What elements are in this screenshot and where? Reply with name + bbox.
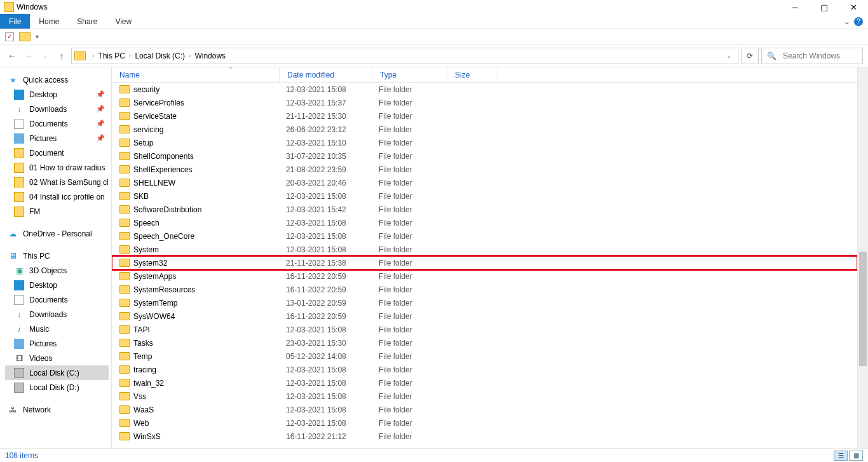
pc-icon	[8, 251, 18, 261]
nav-item[interactable]: Pictures📌	[5, 131, 109, 146]
file-row[interactable]: System12-03-2021 15:08File folder	[112, 243, 857, 256]
nav-item[interactable]: Local Disk (C:)	[5, 365, 109, 380]
new-folder-icon[interactable]	[19, 32, 31, 41]
sort-indicator-icon: ⌃	[228, 67, 233, 72]
file-row[interactable]: TAPI12-03-2021 15:08File folder	[112, 323, 857, 336]
nav-item[interactable]: Downloads📌	[5, 102, 109, 116]
file-row[interactable]: WaaS12-03-2021 15:08File folder	[112, 403, 857, 416]
close-button[interactable]: ✕	[839, 0, 868, 14]
file-row[interactable]: SystemResources16-11-2022 20:59File fold…	[112, 283, 857, 296]
details-view-button[interactable]: ☰	[834, 451, 848, 461]
file-row[interactable]: security12-03-2021 15:08File folder	[112, 83, 857, 96]
file-date: 12-03-2021 15:42	[286, 205, 379, 214]
item-count: 106 items	[5, 451, 38, 460]
nav-item[interactable]: 01 How to draw radius	[5, 160, 109, 175]
file-row[interactable]: Web12-03-2021 15:08File folder	[112, 416, 857, 430]
search-placeholder: Search Windows	[783, 51, 840, 60]
nav-network[interactable]: Network	[5, 402, 109, 417]
back-button[interactable]: ←	[5, 49, 19, 63]
file-row[interactable]: servicing26-06-2022 23:12File folder	[112, 123, 857, 136]
nav-item[interactable]: Desktop📌	[5, 87, 109, 102]
tab-share[interactable]: Share	[68, 14, 106, 29]
file-date: 12-03-2021 15:10	[286, 139, 379, 147]
refresh-button[interactable]: ⟳	[741, 48, 759, 64]
crumb-windows[interactable]: Windows	[194, 51, 226, 60]
file-row[interactable]: tracing12-03-2021 15:08File folder	[112, 363, 857, 376]
recent-dropdown-icon[interactable]: ⌄	[38, 49, 52, 63]
nav-item[interactable]: Documents📌	[5, 116, 109, 131]
file-type: File folder	[379, 205, 454, 214]
tab-view[interactable]: View	[106, 14, 140, 29]
file-name: SystemResources	[133, 285, 286, 294]
folder-icon	[119, 272, 130, 280]
nav-item[interactable]: Music	[5, 322, 109, 336]
nav-item[interactable]: Pictures	[5, 336, 109, 351]
file-row[interactable]: SysWOW6416-11-2022 20:59File folder	[112, 309, 857, 323]
file-row[interactable]: Speech_OneCore12-03-2021 15:08File folde…	[112, 229, 857, 243]
col-date[interactable]: Date modified	[280, 67, 372, 82]
address-dropdown-icon[interactable]: ⌄	[722, 52, 735, 59]
minimize-button[interactable]: ─	[780, 0, 810, 14]
nav-item[interactable]: FM	[5, 204, 109, 219]
nav-item[interactable]: Documents	[5, 292, 109, 307]
nav-item[interactable]: 3D Objects	[5, 263, 109, 278]
nav-this-pc[interactable]: This PC	[5, 248, 109, 263]
folder-icon	[119, 352, 130, 360]
nav-item[interactable]: 04 Install icc profile on	[5, 189, 109, 204]
nav-item[interactable]: Local Disk (D:)	[5, 380, 109, 395]
file-row[interactable]: Tasks23-03-2021 15:30File folder	[112, 336, 857, 350]
nav-item[interactable]: 02 What is SamSung cloud	[5, 175, 109, 189]
nav-item[interactable]: Document	[5, 146, 109, 160]
drive-icon	[14, 383, 24, 393]
col-name[interactable]: Name⌃	[112, 67, 280, 82]
maximize-button[interactable]: ▢	[810, 0, 839, 14]
file-row[interactable]: ServiceState21-11-2022 15:30File folder	[112, 109, 857, 123]
col-size[interactable]: Size	[447, 67, 498, 82]
nav-item[interactable]: Downloads	[5, 307, 109, 322]
folder-icon	[119, 259, 130, 267]
help-icon[interactable]: ?	[854, 17, 863, 26]
large-icons-view-button[interactable]: ▦	[849, 451, 863, 461]
file-row[interactable]: ShellExperiences21-08-2022 23:59File fol…	[112, 163, 857, 176]
nav-quick-access[interactable]: Quick access	[5, 72, 109, 87]
file-row[interactable]: Speech12-03-2021 15:08File folder	[112, 216, 857, 229]
search-input[interactable]: 🔍 Search Windows	[761, 48, 863, 64]
file-row[interactable]: Vss12-03-2021 15:08File folder	[112, 390, 857, 403]
properties-icon[interactable]: ✓	[5, 32, 14, 41]
crumb-this-pc[interactable]: This PC	[98, 51, 125, 60]
forward-button[interactable]: →	[22, 49, 36, 63]
file-row[interactable]: Setup12-03-2021 15:10File folder	[112, 136, 857, 149]
crumb-local-disk-c[interactable]: Local Disk (C:)	[135, 51, 185, 60]
tab-file[interactable]: File	[0, 14, 30, 29]
nav-onedrive[interactable]: OneDrive - Personal	[5, 226, 109, 241]
file-row[interactable]: System3221-11-2022 15:38File folder	[112, 256, 857, 269]
address-box[interactable]: ›This PC ›Local Disk (C:) ›Windows ⌄	[71, 48, 738, 64]
file-row[interactable]: SystemApps16-11-2022 20:59File folder	[112, 269, 857, 283]
file-row[interactable]: SHELLNEW20-03-2021 20:46File folder	[112, 176, 857, 189]
file-row[interactable]: ServiceProfiles12-03-2021 15:37File fold…	[112, 96, 857, 109]
file-name: SystemApps	[133, 272, 286, 281]
file-row[interactable]: Temp05-12-2022 14:08File folder	[112, 350, 857, 363]
search-icon: 🔍	[767, 51, 776, 60]
file-row[interactable]: twain_3212-03-2021 15:08File folder	[112, 376, 857, 390]
scrollbar-thumb[interactable]	[859, 252, 867, 366]
tab-home[interactable]: Home	[30, 14, 68, 29]
file-type: File folder	[379, 99, 454, 107]
fold-icon	[14, 177, 24, 187]
file-row[interactable]: SystemTemp13-01-2022 20:59File folder	[112, 296, 857, 309]
nav-item[interactable]: Videos	[5, 351, 109, 365]
qat-dropdown-icon[interactable]: ▾	[36, 33, 39, 40]
vertical-scrollbar[interactable]	[857, 67, 868, 448]
up-button[interactable]: ↑	[55, 49, 69, 63]
file-row[interactable]: SKB12-03-2021 15:08File folder	[112, 189, 857, 203]
file-name: SKB	[133, 192, 286, 201]
file-row[interactable]: ShellComponents31-07-2022 10:35File fold…	[112, 149, 857, 163]
file-row[interactable]: WinSxS16-11-2022 21:12File folder	[112, 430, 857, 443]
ribbon-expand-icon[interactable]: ⌄	[844, 17, 850, 26]
file-date: 21-11-2022 15:38	[286, 259, 379, 268]
address-bar: ← → ⌄ ↑ ›This PC ›Local Disk (C:) ›Windo…	[0, 44, 868, 67]
col-type[interactable]: Type	[372, 67, 447, 82]
file-row[interactable]: SoftwareDistribution12-03-2021 15:42File…	[112, 203, 857, 216]
desk-icon	[14, 280, 24, 290]
nav-item[interactable]: Desktop	[5, 278, 109, 292]
